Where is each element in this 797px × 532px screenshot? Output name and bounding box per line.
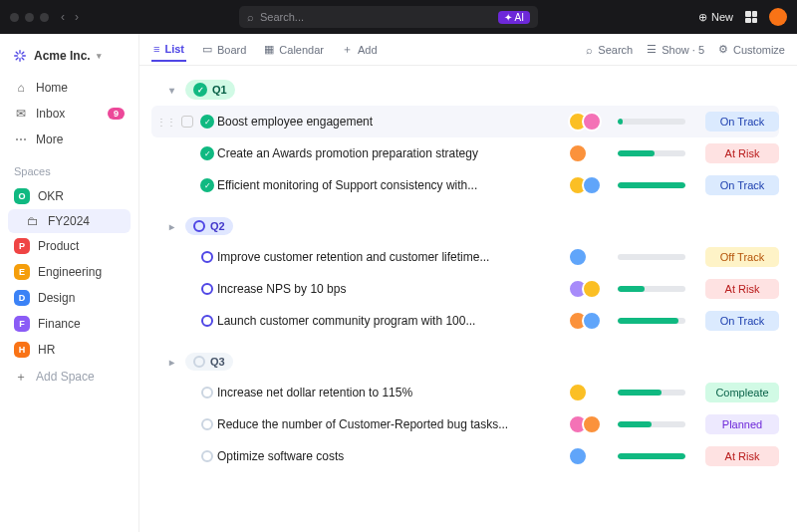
status-chip[interactable]: Off Track bbox=[705, 247, 779, 267]
assignees bbox=[568, 143, 618, 163]
group-caret[interactable]: ▸ bbox=[165, 357, 177, 368]
status-chip[interactable]: Compleate bbox=[705, 383, 779, 402]
forward-icon[interactable]: › bbox=[75, 10, 79, 24]
space-badge: O bbox=[14, 188, 30, 204]
toolbar-search[interactable]: ⌕Search bbox=[586, 43, 633, 56]
task-list: ▾✓Q1⋮⋮✓Boost employee engagementOn Track… bbox=[139, 66, 797, 532]
folder-icon: 🗀 bbox=[26, 214, 40, 228]
space-name: Engineering bbox=[38, 265, 102, 279]
nav-home[interactable]: ⌂ Home bbox=[8, 76, 131, 100]
status-chip[interactable]: At Risk bbox=[705, 143, 779, 163]
group-caret[interactable]: ▸ bbox=[165, 221, 177, 232]
task-title: Efficient monitoring of Support consiste… bbox=[217, 178, 568, 192]
assignees bbox=[568, 446, 618, 466]
status-open-icon bbox=[193, 220, 205, 232]
space-badge: P bbox=[14, 238, 30, 254]
plus-icon: ＋ bbox=[14, 370, 28, 384]
status-chip[interactable]: On Track bbox=[705, 112, 779, 132]
main: ≡List ▭Board ▦Calendar ＋Add ⌕Search ☰Sho… bbox=[139, 34, 797, 532]
workspace-switcher[interactable]: Acme Inc. ▾ bbox=[8, 44, 131, 74]
view-add[interactable]: ＋Add bbox=[340, 37, 380, 62]
group-label: Q2 bbox=[210, 220, 225, 232]
status-open-icon bbox=[201, 315, 213, 327]
spaces-label: Spaces bbox=[8, 153, 131, 181]
sidebar: Acme Inc. ▾ ⌂ Home ✉ Inbox 9 ⋯ More Spac… bbox=[0, 34, 139, 532]
task-title: Increase net dollar retention to 115% bbox=[217, 386, 568, 399]
group-caret[interactable]: ▾ bbox=[165, 85, 177, 96]
space-item-Design[interactable]: DDesign bbox=[8, 285, 131, 311]
status-done-icon: ✓ bbox=[193, 83, 207, 97]
task-row[interactable]: ✓Efficient monitoring of Support consist… bbox=[151, 169, 779, 201]
user-avatar[interactable] bbox=[769, 8, 787, 26]
back-icon[interactable]: ‹ bbox=[61, 10, 65, 24]
drag-handle-icon[interactable]: ⋮⋮ bbox=[156, 117, 176, 128]
add-space[interactable]: ＋ Add Space bbox=[8, 365, 131, 389]
assignee-avatar[interactable] bbox=[582, 311, 602, 331]
nav-arrows[interactable]: ‹ › bbox=[61, 10, 79, 24]
assignee-avatar[interactable] bbox=[568, 143, 588, 163]
toolbar-show[interactable]: ☰Show · 5 bbox=[647, 43, 704, 56]
assignee-avatar[interactable] bbox=[568, 383, 588, 402]
toolbar-customize[interactable]: ⚙Customize bbox=[718, 43, 785, 56]
view-list[interactable]: ≡List bbox=[151, 38, 186, 62]
task-row[interactable]: Launch customer community program with 1… bbox=[151, 305, 779, 337]
nav-inbox[interactable]: ✉ Inbox 9 bbox=[8, 102, 131, 126]
window-controls[interactable] bbox=[10, 13, 49, 22]
view-board[interactable]: ▭Board bbox=[200, 38, 248, 61]
task-row[interactable]: Optimize software costsAt Risk bbox=[151, 440, 779, 472]
task-title: Create an Awards promotion preparation s… bbox=[217, 146, 568, 160]
status-chip[interactable]: At Risk bbox=[705, 446, 779, 466]
task-row[interactable]: Improve customer retention and customer … bbox=[151, 241, 779, 273]
assignee-avatar[interactable] bbox=[582, 175, 602, 195]
progress bbox=[618, 182, 697, 188]
status-chip[interactable]: Planned bbox=[705, 414, 779, 434]
apps-icon[interactable] bbox=[745, 11, 757, 23]
assignee-avatar[interactable] bbox=[582, 279, 602, 299]
assignees bbox=[568, 247, 618, 267]
task-row[interactable]: Reduce the number of Customer-Reported b… bbox=[151, 408, 779, 440]
nav-more[interactable]: ⋯ More bbox=[8, 128, 131, 151]
group-q3: ▸Q3Increase net dollar retention to 115%… bbox=[151, 349, 779, 472]
status-chip[interactable]: On Track bbox=[705, 175, 779, 195]
task-row[interactable]: ✓Create an Awards promotion preparation … bbox=[151, 137, 779, 169]
view-calendar[interactable]: ▦Calendar bbox=[262, 38, 326, 61]
status-chip[interactable]: On Track bbox=[705, 311, 779, 331]
space-item-Engineering[interactable]: EEngineering bbox=[8, 259, 131, 285]
progress bbox=[618, 150, 697, 156]
search-icon: ⌕ bbox=[247, 11, 254, 23]
status-chip[interactable]: At Risk bbox=[705, 279, 779, 299]
list-icon: ≡ bbox=[153, 43, 159, 55]
group-pill[interactable]: Q2 bbox=[185, 217, 233, 235]
global-search[interactable]: ⌕ Search... ✦ AI bbox=[239, 6, 538, 28]
status-done-icon: ✓ bbox=[200, 178, 214, 192]
space-item-FY2024[interactable]: 🗀FY2024 bbox=[8, 209, 131, 233]
assignee-avatar[interactable] bbox=[582, 414, 602, 434]
task-row[interactable]: Increase NPS by 10 bpsAt Risk bbox=[151, 273, 779, 305]
space-item-Product[interactable]: PProduct bbox=[8, 233, 131, 259]
space-item-HR[interactable]: HHR bbox=[8, 337, 131, 363]
group-pill[interactable]: Q3 bbox=[185, 353, 233, 371]
plus-icon: ＋ bbox=[342, 42, 353, 57]
space-badge: H bbox=[14, 342, 30, 358]
space-item-Finance[interactable]: FFinance bbox=[8, 311, 131, 337]
workspace-logo-icon bbox=[12, 48, 28, 64]
space-name: OKR bbox=[38, 189, 64, 203]
board-icon: ▭ bbox=[202, 43, 212, 56]
home-icon: ⌂ bbox=[14, 81, 28, 95]
task-row[interactable]: Increase net dollar retention to 115%Com… bbox=[151, 377, 779, 408]
assignee-avatar[interactable] bbox=[582, 112, 602, 132]
status-open-icon bbox=[201, 450, 213, 462]
status-open-icon bbox=[201, 418, 213, 430]
group-pill[interactable]: ✓Q1 bbox=[185, 80, 235, 100]
space-item-OKR[interactable]: OOKR bbox=[8, 183, 131, 209]
task-row[interactable]: ⋮⋮✓Boost employee engagementOn Track bbox=[151, 106, 779, 137]
ai-pill[interactable]: ✦ AI bbox=[498, 11, 530, 24]
status-open-icon bbox=[193, 356, 205, 368]
assignee-avatar[interactable] bbox=[568, 247, 588, 267]
progress bbox=[618, 254, 697, 260]
assignee-avatar[interactable] bbox=[568, 446, 588, 466]
group-label: Q1 bbox=[212, 84, 227, 96]
progress bbox=[618, 286, 697, 292]
checkbox[interactable] bbox=[181, 116, 193, 128]
new-button[interactable]: ⊕New bbox=[698, 11, 733, 24]
